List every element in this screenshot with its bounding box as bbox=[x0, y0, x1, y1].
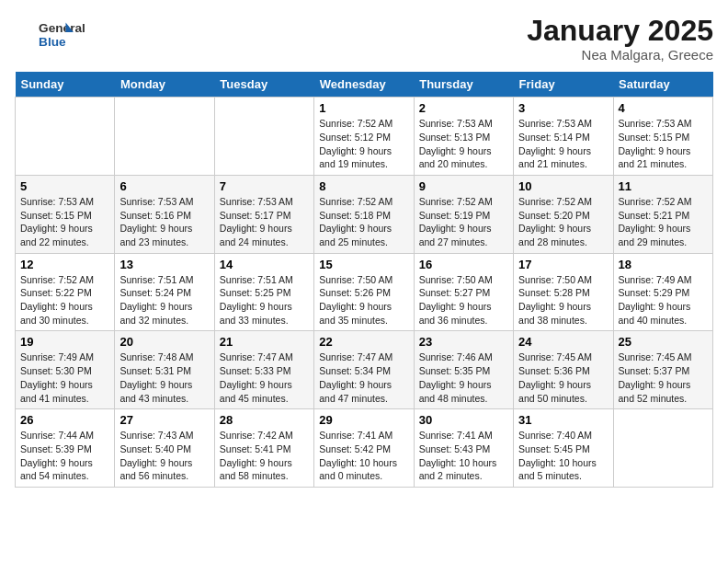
calendar-cell: 6Sunrise: 7:53 AM Sunset: 5:16 PM Daylig… bbox=[115, 175, 214, 253]
day-info: Sunrise: 7:53 AM Sunset: 5:16 PM Dayligh… bbox=[119, 195, 209, 249]
calendar-cell: 30Sunrise: 7:41 AM Sunset: 5:43 PM Dayli… bbox=[414, 409, 513, 488]
calendar-cell: 13Sunrise: 7:51 AM Sunset: 5:24 PM Dayli… bbox=[115, 253, 214, 331]
weekday-header-sunday: Sunday bbox=[16, 72, 115, 98]
calendar-table: SundayMondayTuesdayWednesdayThursdayFrid… bbox=[15, 72, 713, 488]
day-number: 6 bbox=[119, 179, 209, 193]
calendar-subtitle: Nea Malgara, Greece bbox=[527, 47, 713, 63]
day-info: Sunrise: 7:49 AM Sunset: 5:30 PM Dayligh… bbox=[20, 350, 109, 405]
day-info: Sunrise: 7:41 AM Sunset: 5:42 PM Dayligh… bbox=[319, 429, 408, 483]
day-number: 12 bbox=[20, 258, 109, 271]
day-number: 1 bbox=[319, 101, 408, 115]
day-info: Sunrise: 7:50 AM Sunset: 5:27 PM Dayligh… bbox=[419, 273, 508, 327]
calendar-cell bbox=[214, 98, 313, 176]
calendar-cell: 8Sunrise: 7:52 AM Sunset: 5:18 PM Daylig… bbox=[314, 175, 414, 253]
weekday-header-friday: Friday bbox=[514, 72, 613, 98]
day-number: 11 bbox=[619, 179, 708, 193]
day-info: Sunrise: 7:53 AM Sunset: 5:14 PM Dayligh… bbox=[518, 117, 608, 171]
day-number: 22 bbox=[319, 335, 408, 349]
day-info: Sunrise: 7:48 AM Sunset: 5:31 PM Dayligh… bbox=[119, 350, 209, 405]
calendar-cell: 23Sunrise: 7:46 AM Sunset: 5:35 PM Dayli… bbox=[414, 331, 513, 409]
logo: General Blue bbox=[15, 15, 97, 53]
day-info: Sunrise: 7:43 AM Sunset: 5:40 PM Dayligh… bbox=[119, 429, 209, 483]
day-info: Sunrise: 7:45 AM Sunset: 5:37 PM Dayligh… bbox=[619, 350, 708, 405]
calendar-cell: 26Sunrise: 7:44 AM Sunset: 5:39 PM Dayli… bbox=[16, 409, 115, 488]
calendar-cell bbox=[115, 98, 214, 176]
calendar-cell: 18Sunrise: 7:49 AM Sunset: 5:29 PM Dayli… bbox=[613, 253, 712, 331]
calendar-cell bbox=[613, 409, 712, 488]
day-number: 15 bbox=[319, 258, 408, 271]
calendar-cell: 14Sunrise: 7:51 AM Sunset: 5:25 PM Dayli… bbox=[214, 253, 313, 331]
day-info: Sunrise: 7:42 AM Sunset: 5:41 PM Dayligh… bbox=[220, 429, 309, 483]
week-row-3: 12Sunrise: 7:52 AM Sunset: 5:22 PM Dayli… bbox=[16, 253, 713, 331]
calendar-cell: 17Sunrise: 7:50 AM Sunset: 5:28 PM Dayli… bbox=[514, 253, 613, 331]
day-number: 25 bbox=[619, 335, 708, 349]
calendar-cell: 15Sunrise: 7:50 AM Sunset: 5:26 PM Dayli… bbox=[314, 253, 414, 331]
calendar-cell: 27Sunrise: 7:43 AM Sunset: 5:40 PM Dayli… bbox=[115, 409, 214, 488]
day-number: 17 bbox=[518, 258, 608, 271]
calendar-cell: 7Sunrise: 7:53 AM Sunset: 5:17 PM Daylig… bbox=[214, 175, 313, 253]
day-info: Sunrise: 7:52 AM Sunset: 5:12 PM Dayligh… bbox=[319, 117, 408, 171]
day-info: Sunrise: 7:45 AM Sunset: 5:36 PM Dayligh… bbox=[518, 350, 608, 405]
weekday-header-wednesday: Wednesday bbox=[314, 72, 414, 98]
week-row-4: 19Sunrise: 7:49 AM Sunset: 5:30 PM Dayli… bbox=[16, 331, 713, 409]
weekday-header-tuesday: Tuesday bbox=[214, 72, 313, 98]
calendar-cell: 3Sunrise: 7:53 AM Sunset: 5:14 PM Daylig… bbox=[514, 98, 613, 176]
day-number: 29 bbox=[319, 413, 408, 427]
calendar-cell: 11Sunrise: 7:52 AM Sunset: 5:21 PM Dayli… bbox=[613, 175, 712, 253]
day-info: Sunrise: 7:53 AM Sunset: 5:13 PM Dayligh… bbox=[419, 117, 508, 171]
day-info: Sunrise: 7:47 AM Sunset: 5:34 PM Dayligh… bbox=[319, 350, 408, 405]
calendar-cell: 9Sunrise: 7:52 AM Sunset: 5:19 PM Daylig… bbox=[414, 175, 513, 253]
day-info: Sunrise: 7:51 AM Sunset: 5:24 PM Dayligh… bbox=[119, 273, 209, 327]
day-info: Sunrise: 7:47 AM Sunset: 5:33 PM Dayligh… bbox=[220, 350, 309, 405]
calendar-cell: 16Sunrise: 7:50 AM Sunset: 5:27 PM Dayli… bbox=[414, 253, 513, 331]
day-number: 23 bbox=[419, 335, 508, 349]
day-info: Sunrise: 7:40 AM Sunset: 5:45 PM Dayligh… bbox=[518, 429, 608, 483]
calendar-cell: 4Sunrise: 7:53 AM Sunset: 5:15 PM Daylig… bbox=[613, 98, 712, 176]
weekday-header-saturday: Saturday bbox=[613, 72, 712, 98]
day-number: 9 bbox=[419, 179, 508, 193]
svg-text:Blue: Blue bbox=[39, 35, 66, 49]
week-row-5: 26Sunrise: 7:44 AM Sunset: 5:39 PM Dayli… bbox=[16, 409, 713, 488]
calendar-cell: 21Sunrise: 7:47 AM Sunset: 5:33 PM Dayli… bbox=[214, 331, 313, 409]
day-number: 19 bbox=[20, 335, 109, 349]
day-info: Sunrise: 7:51 AM Sunset: 5:25 PM Dayligh… bbox=[220, 273, 309, 327]
day-info: Sunrise: 7:49 AM Sunset: 5:29 PM Dayligh… bbox=[619, 273, 708, 327]
day-number: 16 bbox=[419, 258, 508, 271]
calendar-cell: 10Sunrise: 7:52 AM Sunset: 5:20 PM Dayli… bbox=[514, 175, 613, 253]
day-info: Sunrise: 7:50 AM Sunset: 5:26 PM Dayligh… bbox=[319, 273, 408, 327]
calendar-cell: 5Sunrise: 7:53 AM Sunset: 5:15 PM Daylig… bbox=[16, 175, 115, 253]
calendar-title: January 2025 bbox=[527, 15, 713, 47]
weekday-header-thursday: Thursday bbox=[414, 72, 513, 98]
calendar-cell: 25Sunrise: 7:45 AM Sunset: 5:37 PM Dayli… bbox=[613, 331, 712, 409]
calendar-cell: 12Sunrise: 7:52 AM Sunset: 5:22 PM Dayli… bbox=[16, 253, 115, 331]
weekday-header-row: SundayMondayTuesdayWednesdayThursdayFrid… bbox=[16, 72, 713, 98]
day-number: 7 bbox=[220, 179, 309, 193]
calendar-cell: 1Sunrise: 7:52 AM Sunset: 5:12 PM Daylig… bbox=[314, 98, 414, 176]
calendar-cell: 28Sunrise: 7:42 AM Sunset: 5:41 PM Dayli… bbox=[214, 409, 313, 488]
logo-icon: General Blue bbox=[15, 15, 97, 53]
day-info: Sunrise: 7:52 AM Sunset: 5:20 PM Dayligh… bbox=[518, 195, 608, 249]
calendar-cell: 31Sunrise: 7:40 AM Sunset: 5:45 PM Dayli… bbox=[514, 409, 613, 488]
day-info: Sunrise: 7:53 AM Sunset: 5:17 PM Dayligh… bbox=[220, 195, 309, 249]
day-number: 21 bbox=[220, 335, 309, 349]
week-row-2: 5Sunrise: 7:53 AM Sunset: 5:15 PM Daylig… bbox=[16, 175, 713, 253]
day-number: 4 bbox=[619, 101, 708, 115]
calendar-cell: 29Sunrise: 7:41 AM Sunset: 5:42 PM Dayli… bbox=[314, 409, 414, 488]
calendar-cell bbox=[16, 98, 115, 176]
day-info: Sunrise: 7:52 AM Sunset: 5:18 PM Dayligh… bbox=[319, 195, 408, 249]
svg-text:General: General bbox=[39, 21, 85, 35]
day-info: Sunrise: 7:53 AM Sunset: 5:15 PM Dayligh… bbox=[20, 195, 109, 249]
calendar-cell: 20Sunrise: 7:48 AM Sunset: 5:31 PM Dayli… bbox=[115, 331, 214, 409]
day-info: Sunrise: 7:52 AM Sunset: 5:22 PM Dayligh… bbox=[20, 273, 109, 327]
day-number: 14 bbox=[220, 258, 309, 271]
calendar-cell: 22Sunrise: 7:47 AM Sunset: 5:34 PM Dayli… bbox=[314, 331, 414, 409]
day-info: Sunrise: 7:46 AM Sunset: 5:35 PM Dayligh… bbox=[419, 350, 508, 405]
day-number: 30 bbox=[419, 413, 508, 427]
day-info: Sunrise: 7:52 AM Sunset: 5:21 PM Dayligh… bbox=[619, 195, 708, 249]
day-number: 31 bbox=[518, 413, 608, 427]
weekday-header-monday: Monday bbox=[115, 72, 214, 98]
day-number: 8 bbox=[319, 179, 408, 193]
day-number: 20 bbox=[119, 335, 209, 349]
calendar-cell: 24Sunrise: 7:45 AM Sunset: 5:36 PM Dayli… bbox=[514, 331, 613, 409]
day-info: Sunrise: 7:53 AM Sunset: 5:15 PM Dayligh… bbox=[619, 117, 708, 171]
